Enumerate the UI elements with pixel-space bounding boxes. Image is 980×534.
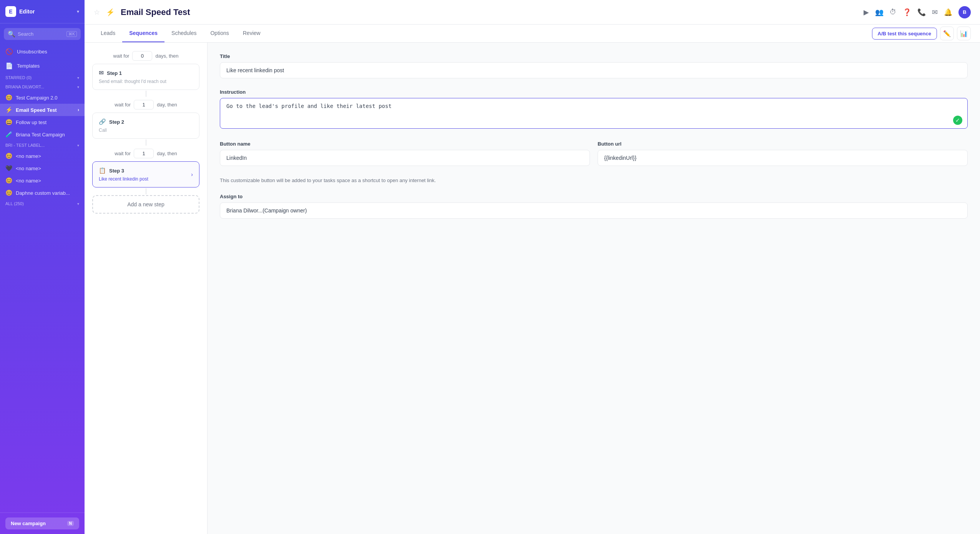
wait-row-3: wait for day, then	[92, 146, 199, 161]
all-section[interactable]: ALL (250) ▾	[0, 199, 85, 208]
wait-input-2[interactable]	[134, 100, 154, 109]
campaign-emoji-3: 😀	[5, 119, 13, 126]
lead-item-1[interactable]: 😊 <no name>	[0, 150, 85, 162]
step3-arrow-icon: ›	[191, 171, 193, 177]
add-step-label: Add a new step	[127, 201, 164, 207]
button-name-group: Button name	[220, 141, 590, 166]
button-fields-group: Button name Button url	[220, 141, 968, 166]
chart-view-button[interactable]: 📊	[957, 27, 971, 40]
star-icon[interactable]: ☆	[94, 8, 100, 17]
wait-for-label-3: wait for	[115, 151, 131, 156]
step-card-2[interactable]: 🔗 Step 2 Call	[92, 113, 199, 139]
users-icon[interactable]: 👥	[875, 8, 884, 17]
editor-label: Editor	[19, 8, 35, 15]
editor-chevron-icon[interactable]: ▾	[77, 9, 79, 14]
bell-icon[interactable]: 🔔	[944, 8, 952, 17]
wait-for-label-1: wait for	[113, 53, 130, 59]
instruction-label: Instruction	[220, 89, 968, 95]
sequence-panel: wait for days, then ✉ Step 1 Send email:…	[85, 43, 208, 534]
wait-unit-label-1: days, then	[155, 53, 178, 59]
tab-options[interactable]: Options	[203, 25, 236, 42]
lead-emoji-3: 😊	[5, 177, 13, 184]
campaign-label-4: Briana Test Campaign	[16, 132, 65, 138]
user-avatar[interactable]: B	[958, 6, 971, 18]
step-card-3[interactable]: 📋 Step 3 Like recent linkedin post ›	[92, 161, 199, 187]
step2-label: Step 2	[109, 119, 124, 125]
bri-section[interactable]: BRI - TEST LABEL... ▾	[0, 141, 85, 150]
step2-icon: 🔗	[99, 118, 106, 125]
clock-icon[interactable]: ⏱	[890, 8, 897, 16]
topbar: ☆ ⚡ Email Speed Test ▶ 👥 ⏱ ❓ 📞 ✉ 🔔 B	[85, 0, 980, 25]
sidebar: E Editor ▾ 🔍 ⌘K 🚫 Unsubscribes 📄 Templat…	[0, 0, 85, 534]
sidebar-header: E Editor ▾	[0, 0, 85, 23]
instruction-confirm-icon[interactable]: ✓	[953, 116, 962, 125]
lead-item-4[interactable]: 😊 Daphne custom variab...	[0, 187, 85, 199]
campaign-item-email-speed-test[interactable]: ⚡ Email Speed Test ›	[0, 104, 85, 116]
tab-schedules[interactable]: Schedules	[164, 25, 203, 42]
step-card-1[interactable]: ✉ Step 1 Send email: thought I'd reach o…	[92, 64, 199, 90]
step3-label: Step 3	[109, 168, 124, 174]
button-name-label: Button name	[220, 141, 590, 147]
help-icon[interactable]: ❓	[903, 8, 911, 17]
connector-1	[146, 91, 146, 97]
sidebar-item-templates[interactable]: 📄 Templates	[0, 59, 85, 73]
play-icon[interactable]: ▶	[864, 8, 869, 17]
campaign-item-briana-test[interactable]: 🧪 Briana Test Campaign	[0, 128, 85, 141]
tab-leads[interactable]: Leads	[94, 25, 122, 42]
wait-row-2: wait for day, then	[92, 98, 199, 112]
content-area: wait for days, then ✉ Step 1 Send email:…	[85, 43, 980, 534]
tab-sequences[interactable]: Sequences	[122, 25, 164, 42]
wait-input-1[interactable]	[132, 51, 152, 61]
topbar-right: ▶ 👥 ⏱ ❓ 📞 ✉ 🔔 B	[864, 6, 971, 18]
briana-label: BRIANA DILWORT...	[5, 85, 44, 89]
step3-subtitle: Like recent linkedin post	[99, 176, 148, 182]
sidebar-bottom: New campaign N	[0, 512, 85, 534]
lead-emoji-1: 😊	[5, 153, 13, 159]
add-step-button[interactable]: Add a new step	[92, 195, 199, 214]
wait-unit-label-2: day, then	[157, 102, 177, 108]
starred-chevron-icon: ▾	[77, 76, 79, 80]
sidebar-item-unsubscribes[interactable]: 🚫 Unsubscribes	[0, 45, 85, 59]
bri-chevron-icon: ▾	[77, 143, 79, 148]
lead-item-2[interactable]: 🖤 <no name>	[0, 162, 85, 174]
lead-label-1: <no name>	[16, 153, 41, 159]
phone-icon[interactable]: 📞	[917, 8, 926, 17]
starred-section[interactable]: STARRED (0) ▾	[0, 73, 85, 82]
search-input[interactable]	[18, 31, 64, 37]
title-input[interactable]	[220, 62, 968, 78]
campaign-item-test-campaign-2[interactable]: 😊 Test Campaign 2.0	[0, 91, 85, 104]
lead-item-3[interactable]: 😊 <no name>	[0, 174, 85, 187]
lead-emoji-2: 🖤	[5, 165, 13, 172]
campaign-arrow-icon: ›	[78, 107, 79, 113]
button-name-input[interactable]	[220, 150, 590, 166]
campaign-item-follow-up-test[interactable]: 😀 Follow up test	[0, 116, 85, 128]
page-title: Email Speed Test	[121, 7, 190, 17]
mail-icon[interactable]: ✉	[932, 8, 938, 17]
button-url-group: Button url	[598, 141, 968, 166]
edit-view-button[interactable]: ✏️	[940, 27, 954, 40]
lead-emoji-4: 😊	[5, 189, 13, 196]
wait-input-3[interactable]	[134, 149, 154, 158]
lead-label-2: <no name>	[16, 166, 41, 171]
instruction-textarea[interactable]: Go to the lead's profile and like their …	[220, 98, 968, 129]
tabs-bar: Leads Sequences Schedules Options Review…	[85, 25, 980, 43]
main-area: ☆ ⚡ Email Speed Test ▶ 👥 ⏱ ❓ 📞 ✉ 🔔 B Lea…	[85, 0, 980, 534]
new-campaign-button[interactable]: New campaign N	[5, 517, 79, 529]
step1-icon: ✉	[99, 70, 104, 76]
wait-unit-label-3: day, then	[157, 151, 177, 156]
app-logo: E	[5, 6, 16, 17]
bolt-icon: ⚡	[106, 8, 115, 17]
unsubscribes-label: Unsubscribes	[17, 49, 47, 55]
ab-test-label: A/B test this sequence	[878, 31, 931, 36]
briana-section[interactable]: BRIANA DILWORT... ▾	[0, 82, 85, 91]
ab-test-button[interactable]: A/B test this sequence	[872, 28, 937, 40]
tab-review[interactable]: Review	[236, 25, 267, 42]
assign-to-input[interactable]	[220, 202, 968, 219]
detail-panel: Title Instruction Go to the lead's profi…	[208, 43, 980, 534]
button-url-input[interactable]	[598, 150, 968, 166]
campaign-emoji-1: 😊	[5, 94, 13, 101]
connector-3	[146, 188, 146, 194]
step1-subtitle: Send email: thought I'd reach out	[99, 79, 193, 84]
all-chevron-icon: ▾	[77, 202, 79, 206]
step1-label: Step 1	[107, 70, 122, 76]
